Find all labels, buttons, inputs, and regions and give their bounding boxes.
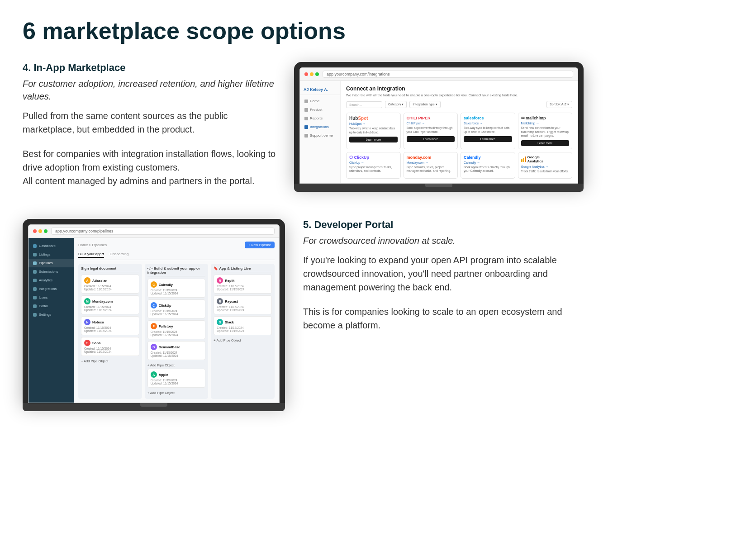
section-5-text: 5. Developer Portal For crowdsourced inn… — [303, 219, 565, 332]
pipe-card-clickup[interactable]: C ClickUp Created: 11/15/2024 Updated: 1… — [147, 299, 206, 318]
integration-card-google-analytics: GoogleAnalytics Google Analytics → Track… — [518, 152, 573, 179]
sidebar-item-reports[interactable]: Reports — [300, 114, 340, 123]
section-4-body2: Best for companies with integration inst… — [23, 147, 276, 174]
calendly-desc: Book appointments directly through your … — [464, 166, 512, 173]
pipe-card-notoco[interactable]: N Notoco Created: 11/15/2024 Updated: 11… — [81, 316, 139, 335]
sidebar-item-support[interactable]: Support center — [300, 131, 340, 140]
sidebar-item-integrations[interactable]: Integrations — [300, 123, 340, 131]
section-5: app.yourcompany.com/pipelines Dashboard … — [23, 219, 718, 411]
mailchimp-learn-more-button[interactable]: Learn more — [521, 140, 570, 146]
integration-search[interactable]: Search... — [346, 101, 382, 108]
pipe-card-apple[interactable]: A Apple Created: 11/15/2024 Updated: 11/… — [147, 369, 206, 388]
browser-url: app.yourcompany.com/integrations — [323, 71, 573, 78]
pipe-sidebar-item-dashboard[interactable]: Dashboard — [28, 242, 74, 250]
card-apple-name: Apple — [159, 373, 168, 377]
new-pipeline-button[interactable]: + New Pipeline — [245, 242, 275, 248]
app-logo: AJ Kelsey A. — [300, 85, 340, 95]
chilipiper-learn-more-button[interactable]: Learn more — [407, 136, 455, 142]
chilipiper-link[interactable]: Chili Piper → — [407, 122, 455, 125]
salesforce-desc: Two-way sync to keep contact data up to … — [464, 126, 512, 134]
pipe-sidebar-item-submissions[interactable]: Submissions — [28, 267, 74, 276]
card-fullstory-date: Created: 11/15/2024 — [151, 330, 203, 333]
section-5-body1: If you're looking to expand your open AP… — [303, 253, 565, 294]
hubspot-learn-more-button[interactable]: Learn more — [349, 137, 398, 142]
avatar-demandbase: D — [151, 344, 157, 350]
integration-main: Connect an Integration We integrate with… — [341, 81, 578, 183]
pipeline-sidebar: Dashboard Listings Pipelines Submis — [28, 238, 74, 403]
pipe-sidebar-item-pipelines[interactable]: Pipelines — [28, 259, 74, 267]
clickup-logo: ⬡ ClickUp — [349, 155, 398, 160]
page-title: 6 marketplace scope options — [23, 18, 718, 44]
pipe-sidebar-item-users[interactable]: Users — [28, 293, 74, 302]
clickup-desc: Sync project management tasks, calendars… — [349, 166, 398, 173]
pipelines-icon — [33, 261, 37, 265]
salesforce-link[interactable]: Salesforce → — [464, 122, 512, 125]
avatar-apple: A — [151, 371, 157, 378]
card-monday-updated: Updated: 11/15/2024 — [84, 308, 136, 312]
hubspot-link[interactable]: HubSpot → — [349, 122, 398, 125]
add-pipe-object-build[interactable]: + Add Pipe Object — [147, 362, 206, 369]
avatar-sona: S — [84, 340, 90, 346]
calendly-logo: Calendly — [464, 155, 512, 160]
card-slack-name: Slack — [225, 320, 234, 324]
pipeline-header: Home > Pipelines + New Pipeline — [78, 242, 275, 248]
pipe-card-raycast[interactable]: R Raycast Created: 11/15/2024 Updated: 1… — [214, 295, 272, 314]
google-analytics-logo: GoogleAnalytics — [521, 155, 570, 164]
sort-select[interactable]: Sort by: A-Z ▾ — [546, 101, 572, 108]
monday-link[interactable]: Monday.com → — [407, 161, 455, 164]
pipe-card-slack[interactable]: S Slack Created: 11/15/2024 Updated: 11/… — [214, 316, 272, 335]
sidebar-item-home[interactable]: Home — [300, 97, 340, 105]
calendly-link[interactable]: Calendly → — [464, 161, 512, 164]
pipe-sidebar-item-listings[interactable]: Listings — [28, 250, 74, 259]
pipe-card-calendly[interactable]: C Calendly Created: 11/15/2024 Updated: … — [147, 279, 206, 298]
add-pipe-object-build-2[interactable]: + Add Pipe Object — [147, 389, 206, 396]
category-filter[interactable]: Category ▾ — [385, 101, 407, 108]
column-live-header: 🔖 App & Listing Live — [214, 266, 272, 272]
google-analytics-link[interactable]: Google Analytics → — [521, 165, 570, 168]
tab-onboarding[interactable]: Onboarding — [109, 252, 128, 258]
pipeline-column-build: </> Build & submit your app or integrati… — [145, 264, 209, 399]
salesforce-learn-more-button[interactable]: Learn more — [464, 136, 512, 142]
section-4-subtitle: For customer adoption, increased retenti… — [23, 77, 276, 103]
card-fullstory-name: Fullstory — [159, 324, 173, 328]
pipe-sidebar-item-integrations[interactable]: Integrations — [28, 285, 74, 293]
integration-card-calendly: Calendly Calendly → Book appointments di… — [461, 152, 515, 179]
type-filter[interactable]: Integration type ▾ — [409, 101, 440, 108]
pipe-dot-red — [33, 229, 37, 233]
monday-logo: monday.com — [407, 155, 455, 160]
pipeline-main: Home > Pipelines + New Pipeline Build yo… — [74, 238, 279, 403]
avatar-monday: M — [84, 298, 90, 304]
pipe-card-replit[interactable]: R Replit Created: 11/15/2024 Updated: 11… — [214, 275, 272, 294]
pipe-sidebar-item-settings[interactable]: Settings — [28, 310, 74, 319]
pipe-sidebar-item-analytics[interactable]: Analytics — [28, 276, 74, 285]
users-icon — [33, 296, 37, 299]
tab-build-app[interactable]: Build your app ▾ — [78, 252, 104, 258]
pipe-sidebar-item-portal[interactable]: Portal — [28, 302, 74, 310]
chilipiper-desc: Book appointments directly through your … — [407, 126, 455, 134]
pipe-card-demandbase[interactable]: D DemandBase Created: 11/15/2024 Updated… — [147, 341, 206, 360]
add-pipe-object-live[interactable]: + Add Pipe Object — [214, 337, 272, 344]
clickup-link[interactable]: ClickUp → — [349, 161, 398, 164]
card-clickup-updated: Updated: 11/15/2024 — [151, 313, 203, 316]
card-notoco-updated: Updated: 11/15/2024 — [84, 329, 136, 332]
mailchimp-link[interactable]: Mailchimp → — [521, 122, 570, 125]
browser-chrome: app.yourcompany.com/integrations — [300, 68, 578, 81]
card-replit-date: Created: 11/15/2024 — [217, 285, 269, 288]
sidebar-item-product[interactable]: Product — [300, 105, 340, 114]
pipe-card-sona[interactable]: S Sona Created: 11/15/2024 Updated: 11/1… — [81, 337, 139, 356]
integration-page-title: Connect an Integration — [346, 85, 572, 92]
pipe-card-fullstory[interactable]: F Fullstory Created: 11/15/2024 Updated:… — [147, 320, 206, 339]
hubspot-logo: HubSpot — [349, 116, 398, 121]
avatar-replit: R — [217, 277, 223, 284]
section-4-body3: All content managed by admins and partne… — [23, 174, 276, 188]
pipe-card-atlassian[interactable]: A Atlassian Created: 11/15/2024 Updated:… — [81, 275, 139, 294]
dot-yellow — [310, 72, 314, 76]
add-pipe-object-legal[interactable]: + Add Pipe Object — [81, 358, 139, 365]
avatar-clickup: C — [151, 302, 157, 308]
card-calendly-name: Calendly — [159, 283, 173, 287]
pipe-card-monday[interactable]: M Monday.com Created: 11/15/2024 Updated… — [81, 295, 139, 314]
card-monday-name: Monday.com — [92, 299, 113, 304]
card-replit-name: Replit — [225, 279, 234, 283]
pipeline-tabs: Build your app ▾ Onboarding — [78, 252, 275, 260]
card-notoco-date: Created: 11/15/2024 — [84, 326, 136, 329]
